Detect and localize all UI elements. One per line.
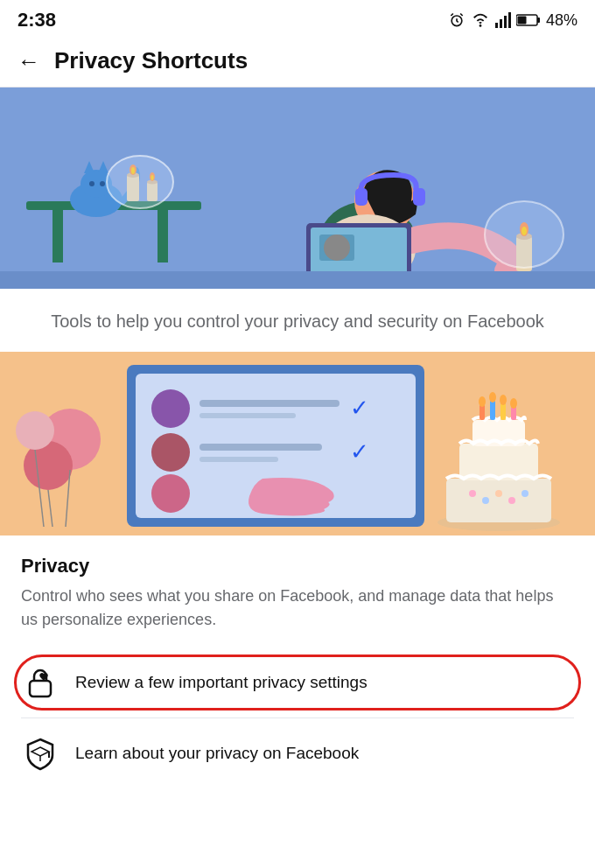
svg-point-27 [107, 156, 173, 208]
review-privacy-item[interactable]: Review a few important privacy settings [0, 648, 595, 718]
svg-point-53 [151, 389, 190, 428]
status-icons: 48% [448, 11, 578, 30]
svg-rect-2 [495, 23, 498, 28]
svg-rect-67 [490, 400, 495, 420]
svg-rect-30 [355, 188, 368, 206]
graduation-shield-icon [21, 734, 60, 773]
subtitle-text: Tools to help you control your privacy a… [35, 308, 560, 334]
svg-point-71 [489, 392, 496, 402]
svg-rect-8 [537, 18, 540, 23]
menu-items: Review a few important privacy settings … [0, 639, 595, 797]
review-privacy-label: Review a few important privacy settings [75, 672, 368, 694]
lock-heart-icon [21, 663, 60, 702]
svg-rect-58 [200, 444, 322, 451]
alarm-icon [448, 11, 466, 29]
svg-point-72 [500, 395, 507, 405]
svg-rect-3 [500, 19, 502, 28]
svg-rect-11 [52, 210, 63, 262]
svg-rect-5 [508, 12, 511, 28]
svg-marker-80 [32, 747, 49, 756]
svg-point-18 [100, 181, 105, 186]
svg-text:✓: ✓ [350, 395, 369, 421]
svg-rect-43 [0, 271, 595, 289]
privacy-section: Privacy Control who sees what you share … [0, 536, 595, 639]
page-title: Privacy Shortcuts [54, 47, 248, 74]
svg-rect-54 [200, 400, 340, 407]
hero-illustration [0, 88, 595, 289]
svg-point-70 [479, 396, 486, 407]
svg-rect-59 [200, 457, 278, 462]
signal-icon [495, 12, 511, 28]
svg-point-77 [508, 497, 515, 504]
svg-point-76 [495, 490, 502, 497]
svg-point-17 [89, 181, 94, 186]
privacy-section-description: Control who sees what you share on Faceb… [21, 584, 574, 632]
battery-icon [516, 13, 541, 27]
learn-privacy-item[interactable]: Learn about your privacy on Facebook [0, 718, 595, 788]
svg-point-57 [151, 433, 190, 472]
privacy-section-title: Privacy [21, 555, 574, 578]
battery-percent: 48% [546, 11, 578, 30]
privacy-illustration: ✓ ✓ [0, 352, 595, 536]
wifi-icon [471, 12, 490, 28]
svg-point-74 [469, 490, 476, 497]
svg-rect-4 [504, 16, 507, 28]
status-time: 2:38 [18, 9, 56, 32]
learn-privacy-label: Learn about your privacy on Facebook [75, 743, 359, 765]
header: ← Privacy Shortcuts [0, 38, 595, 88]
svg-point-47 [16, 411, 54, 450]
svg-point-42 [485, 201, 564, 268]
svg-rect-31 [413, 188, 425, 206]
svg-point-61 [151, 474, 190, 513]
svg-point-36 [324, 234, 350, 261]
svg-point-75 [482, 497, 489, 504]
svg-rect-79 [30, 681, 51, 696]
status-bar: 2:38 48% [0, 0, 595, 38]
svg-rect-55 [200, 413, 296, 418]
svg-rect-7 [517, 17, 526, 24]
svg-point-78 [522, 490, 528, 497]
svg-point-1 [480, 24, 482, 27]
svg-rect-12 [158, 210, 168, 262]
svg-point-73 [510, 398, 517, 409]
svg-rect-63 [446, 479, 551, 522]
subtitle-section: Tools to help you control your privacy a… [0, 289, 595, 352]
back-button[interactable]: ← [18, 50, 40, 73]
svg-text:✓: ✓ [350, 438, 369, 465]
